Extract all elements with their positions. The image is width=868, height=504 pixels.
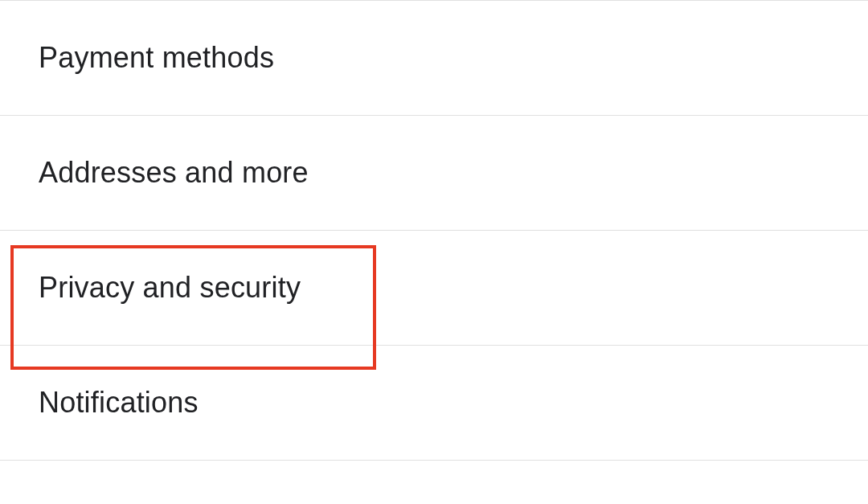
settings-item-label: Payment methods xyxy=(39,41,274,74)
settings-item-addresses[interactable]: Addresses and more xyxy=(0,116,868,231)
settings-item-notifications[interactable]: Notifications xyxy=(0,346,868,461)
settings-item-privacy-security[interactable]: Privacy and security xyxy=(0,231,868,346)
settings-item-label: Addresses and more xyxy=(39,156,309,189)
settings-item-payment-methods[interactable]: Payment methods xyxy=(0,1,868,116)
settings-item-label: Notifications xyxy=(39,386,199,419)
settings-item-label: Privacy and security xyxy=(39,271,301,304)
settings-list: Payment methods Addresses and more Priva… xyxy=(0,0,868,461)
